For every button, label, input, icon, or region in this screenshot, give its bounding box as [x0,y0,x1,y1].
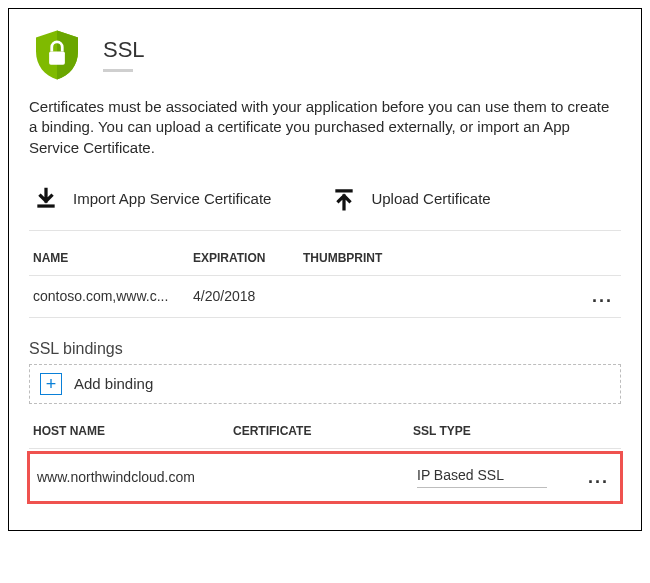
col-certificate: CERTIFICATE [233,424,413,438]
bindings-table-header: HOST NAME CERTIFICATE SSL TYPE [29,414,621,449]
col-host: HOST NAME [33,424,233,438]
add-binding-button[interactable]: + Add binding [29,364,621,404]
binding-ssl-type: IP Based SSL [417,467,573,488]
certificate-actions: Import App Service Certificate Upload Ce… [29,176,621,231]
certificates-table-header: NAME EXPIRATION THUMBPRINT [29,241,621,276]
title-wrap: SSL [103,39,145,72]
highlighted-binding-row: www.northwindcloud.com IP Based SSL ... [29,453,621,502]
upload-certificate-button[interactable]: Upload Certificate [331,186,490,212]
import-certificate-button[interactable]: Import App Service Certificate [33,186,271,212]
ssl-bindings-heading: SSL bindings [29,340,621,358]
svg-rect-2 [336,189,353,192]
table-row[interactable]: www.northwindcloud.com IP Based SSL ... [29,453,621,502]
upload-label: Upload Certificate [371,190,490,207]
svg-rect-1 [37,204,54,207]
page-title: SSL [103,39,145,61]
upload-icon [331,186,357,212]
import-label: Import App Service Certificate [73,190,271,207]
ssl-panel: SSL Certificates must be associated with… [8,8,642,531]
download-icon [33,186,59,212]
binding-host: www.northwindcloud.com [37,469,237,485]
certificates-table: NAME EXPIRATION THUMBPRINT contoso.com,w… [29,241,621,318]
col-name: NAME [33,251,193,265]
svg-rect-0 [49,52,65,65]
panel-header: SSL [29,27,621,83]
col-ssl-type: SSL TYPE [413,424,577,438]
plus-icon: + [40,373,62,395]
title-underline [103,69,133,72]
description-text: Certificates must be associated with you… [29,97,621,158]
row-menu-button[interactable]: ... [573,467,613,488]
shield-lock-icon [29,27,85,83]
col-expiration: EXPIRATION [193,251,303,265]
table-row: contoso.com,www.c... 4/20/2018 ... [29,276,621,318]
col-thumbprint: THUMBPRINT [303,251,577,265]
row-menu-button[interactable]: ... [577,286,617,307]
cert-name: contoso.com,www.c... [33,288,193,304]
add-binding-label: Add binding [74,375,153,392]
cert-expiration: 4/20/2018 [193,288,303,304]
